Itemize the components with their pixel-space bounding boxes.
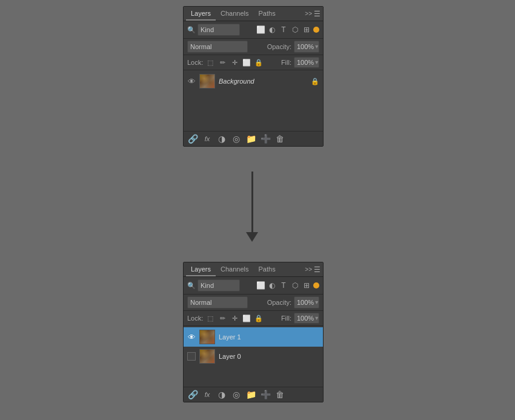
filter-row-top: 🔍 Kind ⬜ ◐ T ⬡ ⊞ xyxy=(184,21,323,39)
fx-icon-bottom[interactable]: fx xyxy=(202,391,213,398)
layer-thumb-layer0 xyxy=(199,349,215,364)
panel-menu-icon[interactable]: ☰ xyxy=(314,10,321,18)
layer-thumb-layer1 xyxy=(199,330,215,344)
filter-active-indicator xyxy=(313,27,319,33)
filter-smart-icon-bottom[interactable]: ⊞ xyxy=(302,281,311,290)
link-icon-bottom[interactable]: 🔗 xyxy=(187,390,198,399)
blend-mode-select-top[interactable]: Normal xyxy=(187,41,248,53)
filter-row-bottom: 🔍 Kind ⬜ ◐ T ⬡ ⊞ xyxy=(184,277,323,295)
tab-paths-top[interactable]: Paths xyxy=(254,7,281,21)
filter-adjust-icon-bottom[interactable]: ◐ xyxy=(267,281,277,290)
arrow-head xyxy=(246,232,258,242)
layers-panel-top: Layers Channels Paths >> ☰ 🔍 Kind ⬜ ◐ T … xyxy=(183,6,324,147)
arrow-line xyxy=(251,172,253,232)
filter-shape-icon[interactable]: ⬡ xyxy=(290,25,300,34)
delete-layer-icon-top[interactable]: 🗑 xyxy=(274,134,285,144)
blend-mode-select-bottom[interactable]: Normal xyxy=(187,296,248,308)
visibility-checkbox-layer0[interactable] xyxy=(187,352,196,361)
lock-brush-icon-bottom[interactable]: ✏ xyxy=(218,315,227,322)
group-icon-bottom[interactable]: 📁 xyxy=(245,390,256,399)
filter-pixel-icon[interactable]: ⬜ xyxy=(256,25,265,34)
lock-artboard-icon-bottom[interactable]: ⬜ xyxy=(242,315,251,322)
tab-layers-top[interactable]: Layers xyxy=(186,7,216,21)
lock-brush-icon[interactable]: ✏ xyxy=(218,59,227,67)
direction-arrow xyxy=(246,172,258,242)
panel-tabs-top: Layers Channels Paths >> ☰ xyxy=(184,7,323,21)
layers-list-top: 👁 Background 🔒 xyxy=(184,70,323,131)
blend-row-bottom: Normal Opacity: 100% ▼ xyxy=(184,295,323,311)
fill-label-bottom: Fill: xyxy=(281,315,291,322)
filter-shape-icon-bottom[interactable]: ⬡ xyxy=(290,281,300,290)
opacity-chevron-top: ▼ xyxy=(314,44,319,50)
lock-position-icon-bottom[interactable]: ✛ xyxy=(230,315,239,322)
kind-select-bottom[interactable]: Kind xyxy=(198,279,240,292)
lock-label-top: Lock: xyxy=(187,59,203,66)
lock-icons-bottom: ⬚ ✏ ✛ ⬜ 🔒 xyxy=(205,315,264,322)
search-icon-bottom: 🔍 xyxy=(187,282,196,290)
layer-name-layer0: Layer 0 xyxy=(219,353,319,360)
tab-paths-bottom[interactable]: Paths xyxy=(254,263,281,276)
fill-chevron-top: ▼ xyxy=(314,59,319,65)
panel-footer-bottom: 🔗 fx ◑ ◎ 📁 ➕ 🗑 xyxy=(184,387,323,402)
link-icon-top[interactable]: 🔗 xyxy=(187,134,198,144)
fx-icon-top[interactable]: fx xyxy=(202,135,213,142)
filter-active-indicator-bottom xyxy=(313,282,319,288)
fill-value-top[interactable]: 100% ▼ xyxy=(294,57,319,68)
visibility-toggle-background[interactable]: 👁 xyxy=(187,77,196,85)
panel-footer-top: 🔗 fx ◑ ◎ 📁 ➕ 🗑 xyxy=(184,131,323,146)
panel-scroll-icon[interactable]: >> xyxy=(305,10,312,17)
layer-name-background: Background xyxy=(219,78,307,85)
filter-smart-icon[interactable]: ⊞ xyxy=(302,25,311,34)
layer-lock-background: 🔒 xyxy=(311,78,319,85)
fill-label-top: Fill: xyxy=(281,59,291,66)
delete-layer-icon-bottom[interactable]: 🗑 xyxy=(274,390,285,399)
tabs-controls-top: >> ☰ xyxy=(305,10,321,18)
opacity-value-bottom[interactable]: 100% ▼ xyxy=(294,296,319,308)
kind-select-top[interactable]: Kind xyxy=(198,24,240,36)
mask-icon-top[interactable]: ◎ xyxy=(231,134,242,144)
filter-pixel-icon-bottom[interactable]: ⬜ xyxy=(256,281,265,290)
lock-pixels-icon[interactable]: ⬚ xyxy=(205,59,215,67)
new-layer-icon-top[interactable]: ➕ xyxy=(260,134,271,144)
lock-artboard-icon[interactable]: ⬜ xyxy=(242,59,251,67)
panel-tabs-bottom: Layers Channels Paths >> ☰ xyxy=(184,262,323,277)
layer-item-layer0[interactable]: Layer 0 xyxy=(184,347,323,366)
fill-value-bottom[interactable]: 100% ▼ xyxy=(294,313,319,324)
lock-all-icon[interactable]: 🔒 xyxy=(254,59,264,67)
panel-menu-icon-bottom[interactable]: ☰ xyxy=(314,265,321,274)
mask-icon-bottom[interactable]: ◎ xyxy=(231,390,242,399)
opacity-label-top: Opacity: xyxy=(267,43,291,50)
tabs-controls-bottom: >> ☰ xyxy=(305,265,321,274)
filter-icons-bottom: ⬜ ◐ T ⬡ ⊞ xyxy=(242,281,319,290)
tab-layers-bottom[interactable]: Layers xyxy=(186,263,216,276)
lock-row-bottom: Lock: ⬚ ✏ ✛ ⬜ 🔒 Fill: 100% ▼ xyxy=(184,311,323,326)
layer-thumb-background xyxy=(199,74,215,88)
tab-channels-top[interactable]: Channels xyxy=(216,7,253,21)
blend-row-top: Normal Opacity: 100% ▼ xyxy=(184,39,323,55)
opacity-label-bottom: Opacity: xyxy=(267,299,291,306)
opacity-value-top[interactable]: 100% ▼ xyxy=(294,41,319,53)
layer-name-layer1: Layer 1 xyxy=(219,333,319,341)
filter-icons-top: ⬜ ◐ T ⬡ ⊞ xyxy=(242,25,319,34)
lock-all-icon-bottom[interactable]: 🔒 xyxy=(254,315,264,322)
fill-chevron-bottom: ▼ xyxy=(314,315,319,321)
lock-pixels-icon-bottom[interactable]: ⬚ xyxy=(205,315,215,322)
filter-type-icon[interactable]: T xyxy=(279,25,288,34)
visibility-toggle-layer1[interactable]: 👁 xyxy=(187,333,196,341)
new-layer-icon-bottom[interactable]: ➕ xyxy=(260,390,271,399)
tab-channels-bottom[interactable]: Channels xyxy=(216,263,253,276)
panel-scroll-icon-bottom[interactable]: >> xyxy=(305,266,312,273)
lock-position-icon[interactable]: ✛ xyxy=(230,59,239,67)
adjustment-icon-top[interactable]: ◑ xyxy=(216,134,227,144)
layer-item-layer1[interactable]: 👁 Layer 1 xyxy=(184,327,323,347)
group-icon-top[interactable]: 📁 xyxy=(245,134,256,144)
layer-item-background[interactable]: 👁 Background 🔒 xyxy=(184,72,323,91)
filter-adjust-icon[interactable]: ◐ xyxy=(267,25,277,34)
adjustment-icon-bottom[interactable]: ◑ xyxy=(216,390,227,399)
lock-row-top: Lock: ⬚ ✏ ✛ ⬜ 🔒 Fill: 100% ▼ xyxy=(184,55,323,70)
layers-panel-bottom: Layers Channels Paths >> ☰ 🔍 Kind ⬜ ◐ T … xyxy=(183,262,324,402)
opacity-chevron-bottom: ▼ xyxy=(314,299,319,305)
lock-icons-top: ⬚ ✏ ✛ ⬜ 🔒 xyxy=(205,59,264,67)
lock-label-bottom: Lock: xyxy=(187,315,203,322)
filter-type-icon-bottom[interactable]: T xyxy=(279,281,288,290)
